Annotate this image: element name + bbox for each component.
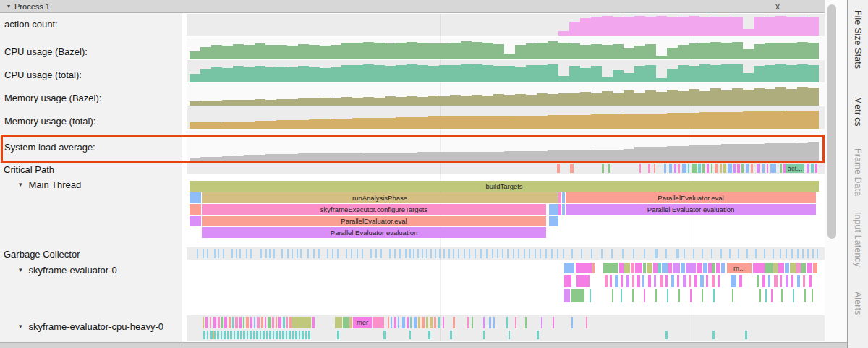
event-tick[interactable] [529, 249, 530, 258]
event-tick[interactable] [771, 289, 773, 302]
event-tick[interactable] [518, 249, 519, 258]
event-tick[interactable] [765, 289, 767, 302]
event-tick[interactable] [289, 331, 291, 339]
event-tick[interactable] [250, 331, 252, 339]
event-tick[interactable] [240, 331, 242, 339]
event-tick[interactable] [417, 249, 419, 258]
event-tick[interactable] [692, 164, 697, 173]
event-tick[interactable] [292, 331, 294, 339]
event-tick[interactable] [545, 249, 547, 258]
event-tick[interactable] [506, 317, 508, 328]
event-tick[interactable] [256, 331, 258, 339]
event-tick[interactable] [807, 249, 809, 258]
event-tick[interactable] [781, 289, 783, 302]
event-tick[interactable] [502, 249, 503, 258]
event-tick[interactable] [497, 249, 498, 258]
event-tick[interactable] [265, 317, 266, 328]
event-tick[interactable] [260, 331, 261, 339]
event-tick[interactable] [515, 317, 516, 328]
event-tick[interactable] [413, 249, 414, 258]
event-tick[interactable] [706, 275, 708, 287]
event-tick[interactable] [773, 249, 774, 258]
event-tick[interactable] [762, 275, 765, 287]
event-tick[interactable] [746, 164, 749, 173]
event-tick[interactable] [351, 249, 352, 258]
event-tick[interactable] [785, 263, 789, 273]
event-tick[interactable] [203, 331, 205, 339]
event-tick[interactable] [592, 263, 595, 273]
event-tick[interactable] [232, 317, 234, 328]
event-tick[interactable] [276, 331, 278, 339]
event-tick[interactable] [689, 275, 691, 287]
event-tick[interactable] [813, 263, 817, 273]
event-tick[interactable] [739, 275, 742, 287]
event-tick[interactable] [683, 275, 686, 287]
event-tick[interactable] [276, 317, 277, 328]
event-tick[interactable] [265, 249, 267, 258]
event-tick[interactable] [224, 317, 227, 328]
flame-block[interactable]: Parallel Evaluator evaluation [566, 204, 816, 215]
event-tick[interactable] [571, 249, 573, 258]
vertical-scrollbar[interactable] [825, 0, 847, 342]
flame-block[interactable] [190, 204, 201, 215]
event-tick[interactable] [513, 249, 514, 258]
event-tick[interactable] [205, 317, 208, 328]
event-tick[interactable] [703, 263, 707, 273]
event-tick[interactable] [405, 249, 407, 258]
event-tick[interactable] [281, 249, 283, 258]
flame-block[interactable] [558, 204, 561, 215]
event-tick[interactable] [644, 289, 645, 302]
event-tick[interactable] [269, 331, 271, 339]
event-tick[interactable] [711, 249, 712, 258]
event-tick[interactable] [676, 249, 679, 258]
event-tick[interactable] [686, 263, 696, 273]
event-tick[interactable] [723, 164, 726, 173]
event-tick[interactable] [803, 275, 805, 287]
event-tick[interactable] [757, 275, 759, 287]
event-tick[interactable] [422, 317, 425, 328]
event-tick[interactable] [667, 289, 668, 302]
event-tick[interactable] [681, 263, 685, 273]
event-tick[interactable] [707, 164, 709, 173]
event-tick[interactable] [658, 263, 661, 273]
event-tick[interactable] [247, 331, 248, 339]
event-tick[interactable] [648, 275, 651, 287]
event-tick[interactable] [243, 317, 244, 328]
event-tick[interactable] [664, 164, 666, 173]
event-tick[interactable] [780, 164, 782, 173]
event-tick[interactable] [570, 164, 574, 173]
event-tick[interactable] [564, 289, 570, 302]
event-tick[interactable] [227, 331, 229, 339]
event-tick[interactable] [224, 331, 226, 339]
event-tick[interactable] [721, 263, 725, 273]
event-tick[interactable] [674, 164, 676, 173]
event-tick[interactable] [305, 331, 307, 339]
event-tick[interactable] [357, 249, 358, 258]
event-tick[interactable] [635, 263, 642, 273]
event-tick[interactable] [218, 317, 220, 328]
event-tick[interactable] [394, 317, 396, 328]
flame-block[interactable] [549, 204, 558, 215]
event-tick[interactable] [632, 289, 634, 302]
event-tick[interactable] [299, 331, 300, 339]
event-tick[interactable] [753, 263, 765, 273]
event-tick[interactable] [239, 317, 242, 328]
event-tick[interactable] [690, 289, 692, 302]
sidebar-tab-frame-data[interactable]: Frame Data [853, 148, 863, 196]
event-tick[interactable] [720, 249, 722, 258]
event-tick[interactable] [807, 263, 812, 273]
event-tick[interactable] [605, 275, 608, 287]
event-tick[interactable] [713, 289, 715, 302]
event-tick[interactable] [809, 275, 812, 287]
event-tick[interactable] [601, 249, 603, 258]
event-tick[interactable] [254, 317, 255, 328]
event-tick[interactable] [678, 289, 680, 302]
event-tick[interactable] [662, 263, 668, 273]
event-tick[interactable] [712, 275, 715, 287]
event-tick[interactable] [297, 249, 298, 258]
event-tick[interactable] [261, 317, 263, 328]
event-tick[interactable] [671, 275, 674, 287]
event-tick[interactable] [586, 317, 587, 328]
event-tick[interactable] [648, 164, 650, 173]
event-tick[interactable] [450, 331, 452, 339]
